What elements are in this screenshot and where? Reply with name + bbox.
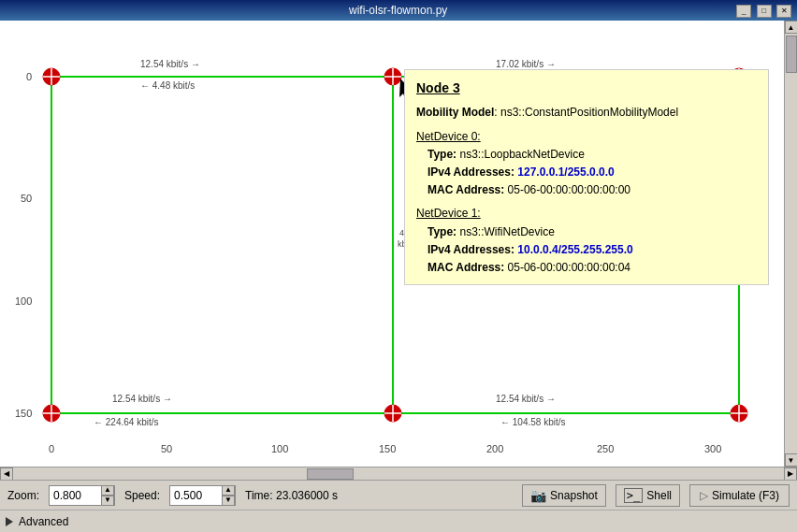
simulate-label: Simulate (F3) xyxy=(712,489,779,502)
axis-x-100: 100 xyxy=(271,443,288,454)
speed-up-button[interactable]: ▲ xyxy=(222,485,235,496)
play-icon: ▷ xyxy=(700,489,708,502)
axis-y-50: 50 xyxy=(21,193,32,204)
hscroll-thumb[interactable] xyxy=(307,468,354,480)
tooltip-nd1-ipv4: IPv4 Addresses: 10.0.0.4/255.255.255.0 xyxy=(416,241,757,259)
node-tooltip: Node 3 Mobility Model: ns3::ConstantPosi… xyxy=(404,69,769,285)
speed-spinner[interactable]: ▲ ▼ xyxy=(169,485,236,506)
tooltip-nd1-type-value: ns3::WifiNetDevice xyxy=(459,225,554,238)
tooltip-nd0-type: Type: ns3::LoopbackNetDevice xyxy=(416,146,757,164)
titlebar: wifi-olsr-flowmon.py _ □ ✕ xyxy=(0,0,797,21)
zoom-spinner-buttons: ▲ ▼ xyxy=(101,485,114,506)
edge-label-0-1-bot: ← 4.48 kbit/s xyxy=(140,80,195,91)
minimize-button[interactable]: _ xyxy=(736,5,751,18)
scroll-right-button[interactable]: ▶ xyxy=(784,467,797,481)
snapshot-label: Snapshot xyxy=(550,489,598,502)
maximize-button[interactable]: □ xyxy=(757,5,772,18)
axis-x-250: 250 xyxy=(597,443,614,454)
speed-input[interactable] xyxy=(170,486,222,505)
scroll-track xyxy=(786,36,797,452)
vertical-scrollbar[interactable]: ▲ ▼ xyxy=(784,21,797,467)
tooltip-nd1-mac-label: MAC Address: xyxy=(427,261,504,274)
edge-label-3-4-top: 12.54 kbit/s → xyxy=(112,394,172,404)
axis-x-0: 0 xyxy=(49,443,54,454)
speed-label: Speed: xyxy=(124,489,160,502)
scroll-up-button[interactable]: ▲ xyxy=(785,21,798,34)
terminal-icon: >_ xyxy=(624,488,643,503)
snapshot-button[interactable]: 📷 Snapshot xyxy=(522,484,606,507)
advanced-label: Advanced xyxy=(19,515,68,528)
canvas-scroll-area[interactable]: 0 50 100 150 0 50 100 150 200 250 300 xyxy=(0,21,784,467)
edge-label-0-1-top: 12.54 kbit/s → xyxy=(140,59,200,69)
tooltip-nd0-type-value: ns3::LoopbackNetDevice xyxy=(459,148,584,161)
tooltip-nd1-mac-value: 05-06-00:00:00:00:00:04 xyxy=(508,261,630,274)
axis-x-50: 50 xyxy=(161,443,172,454)
time-display: Time: 23.036000 s xyxy=(245,489,338,502)
zoom-up-button[interactable]: ▲ xyxy=(101,485,114,496)
edge-label-3-4-bot: ← 224.64 kbit/s xyxy=(94,417,158,427)
hscroll-track xyxy=(15,468,782,480)
tooltip-mobility-label: Mobility Model xyxy=(416,106,494,119)
tooltip-nd0-mac: MAC Address: 05-06-00:00:00:00:00:00 xyxy=(416,181,757,199)
tooltip-nd0-mac-value: 05-06-00:00:00:00:00:00 xyxy=(508,183,630,196)
main-container: 0 50 100 150 0 50 100 150 200 250 300 xyxy=(0,21,797,532)
zoom-label: Zoom: xyxy=(7,489,39,502)
horizontal-scrollbar[interactable]: ◀ ▶ xyxy=(0,467,797,480)
simulate-button[interactable]: ▷ Simulate (F3) xyxy=(689,484,790,507)
speed-down-button[interactable]: ▼ xyxy=(222,496,235,506)
shell-label: Shell xyxy=(646,489,672,502)
axis-y-0: 0 xyxy=(26,71,32,82)
controls-bar: Zoom: ▲ ▼ Speed: ▲ ▼ Time: 23.036000 s 📷… xyxy=(0,480,797,510)
zoom-input[interactable] xyxy=(50,486,101,505)
tooltip-nd1-ipv4-label: IPv4 Addresses: xyxy=(427,243,514,256)
tooltip-netdevice1: NetDevice 1: Type: ns3::WifiNetDevice IP… xyxy=(416,205,757,277)
scroll-thumb[interactable] xyxy=(786,36,797,73)
tooltip-nd1-title: NetDevice 1: xyxy=(416,205,757,223)
canvas-wrapper: 0 50 100 150 0 50 100 150 200 250 300 xyxy=(0,21,797,467)
axis-x-150: 150 xyxy=(379,443,396,454)
axis-y-150: 150 xyxy=(15,408,32,419)
camera-icon: 📷 xyxy=(530,488,546,503)
zoom-spinner[interactable]: ▲ ▼ xyxy=(49,485,115,506)
edge-label-4-5-bot: ← 104.58 kbit/s xyxy=(500,417,565,427)
tooltip-nd1-type: Type: ns3::WifiNetDevice xyxy=(416,223,757,241)
window-controls: _ □ ✕ xyxy=(734,3,791,18)
tooltip-nd0-mac-label: MAC Address: xyxy=(427,183,504,196)
advanced-expand-icon xyxy=(6,517,13,526)
tooltip-nd0-type-label: Type: xyxy=(427,148,456,161)
window-title: wifi-olsr-flowmon.py xyxy=(62,4,734,17)
tooltip-nd0-ipv4-label: IPv4 Addresses: xyxy=(427,165,514,179)
axis-x-300: 300 xyxy=(704,443,721,454)
speed-spinner-buttons: ▲ ▼ xyxy=(222,485,235,506)
axis-y-100: 100 xyxy=(15,295,32,307)
zoom-down-button[interactable]: ▼ xyxy=(101,496,114,506)
tooltip-nd1-type-label: Type: xyxy=(427,225,456,238)
close-button[interactable]: ✕ xyxy=(776,5,791,18)
shell-button[interactable]: >_ Shell xyxy=(616,484,680,507)
scroll-left-button[interactable]: ◀ xyxy=(0,467,13,481)
tooltip-title: Node 3 xyxy=(416,78,757,98)
tooltip-netdevice0: NetDevice 0: Type: ns3::LoopbackNetDevic… xyxy=(416,128,757,200)
edge-label-4-5-top: 12.54 kbit/s → xyxy=(496,394,556,404)
tooltip-mobility-value: ns3::ConstantPositionMobilityModel xyxy=(500,106,678,119)
scroll-down-button[interactable]: ▼ xyxy=(785,453,798,467)
tooltip-mobility: Mobility Model: ns3::ConstantPositionMob… xyxy=(416,104,757,122)
advanced-bar[interactable]: Advanced xyxy=(0,510,797,532)
tooltip-nd1-mac: MAC Address: 05-06-00:00:00:00:00:04 xyxy=(416,259,757,277)
edge-label-1-2-top: 17.02 kbit/s → xyxy=(496,59,556,69)
tooltip-nd0-ipv4-value: 127.0.0.1/255.0.0.0 xyxy=(517,165,614,179)
tooltip-nd0-ipv4: IPv4 Addresses: 127.0.0.1/255.0.0.0 xyxy=(416,164,757,181)
tooltip-nd1-ipv4-value: 10.0.0.4/255.255.255.0 xyxy=(517,243,632,256)
tooltip-nd0-title: NetDevice 0: xyxy=(416,128,757,146)
axis-x-200: 200 xyxy=(486,443,503,454)
